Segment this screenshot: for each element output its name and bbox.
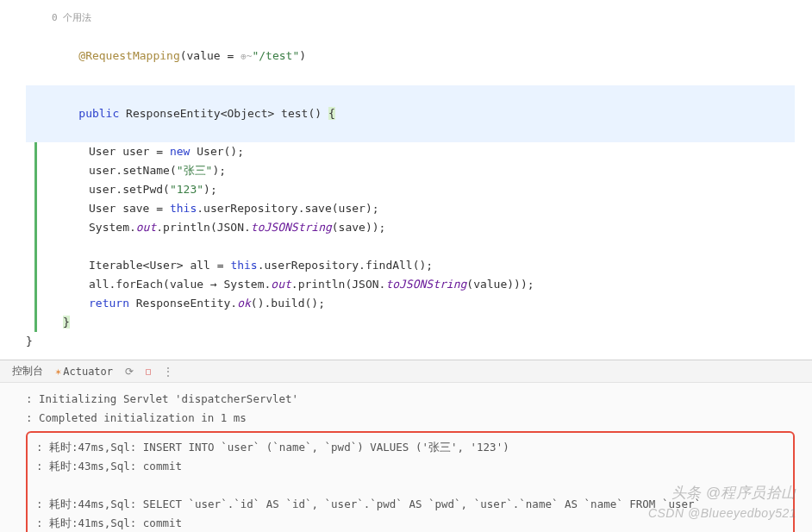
method-signature[interactable]: public ResponseEntity<Object> test() { [26,85,795,142]
code-line[interactable]: user.setName("张三"); [37,161,795,180]
field-out: out [271,278,290,291]
console-tabs: 控制台 ✶Actuator ⟳ □ ⋮ [0,360,812,383]
blank-line [37,237,795,256]
brace-close-inner[interactable]: } [37,313,795,332]
ann-prefix: (value = [180,49,240,62]
txt: .println(JSON. [156,221,251,234]
txt: ); [212,164,226,177]
txt: User user = [89,145,170,158]
txt: ().build(); [251,297,325,310]
txt: .userRepository.findAll(); [258,259,434,272]
code-line[interactable]: User user = new User(); [37,142,795,161]
sql-line: : 耗时:43ms,Sql: commit [36,457,784,476]
code-line[interactable]: return ResponseEntity.ok().build(); [37,294,795,313]
code-editor[interactable]: 0 个用法 @RequestMapping(value = ⊕~"/test")… [0,0,812,360]
globe-icon: ⊕~ [240,51,252,62]
txt: ResponseEntity. [129,297,237,310]
code-line[interactable]: user.setPwd("123"); [37,180,795,199]
method-body-block: User user = new User(); user.setName("张三… [34,142,795,332]
kw-this: this [230,259,257,272]
code-line[interactable]: all.forEach(value → System.out.println(J… [37,275,795,294]
txt: Iterable<User> all = [89,259,230,272]
str: "张三" [177,164,213,177]
stop-icon[interactable]: □ [146,366,151,376]
actuator-icon: ✶ [55,366,61,378]
static-method: toJSONString [251,221,332,234]
txt: (value))); [466,278,534,291]
static-method: toJSONString [385,278,466,291]
kw-public: public [78,107,119,120]
ann-suffix: ) [299,49,306,62]
watermark-csdn: CSDN @Blueeyedboy521 [648,506,796,520]
txt: User save = [89,202,170,215]
annotation: @RequestMapping [78,49,179,62]
txt: System. [89,221,136,234]
txt: user.setPwd( [89,183,170,196]
txt: all.forEach(value → System. [89,278,271,291]
log-line: : Initializing Servlet 'dispatcherServle… [26,390,795,409]
txt: User(); [190,145,244,158]
kw-this: this [170,202,197,215]
tab-actuator-label: Actuator [63,366,113,378]
txt: user.setName( [89,164,177,177]
kw-new: new [170,145,190,158]
static-method: ok [237,297,251,310]
field-out: out [136,221,156,234]
tab-actuator[interactable]: ✶Actuator [55,366,113,378]
brace: } [63,316,70,329]
code-line[interactable]: User save = this.userRepository.save(use… [37,199,795,218]
sql-line: : 耗时:47ms,Sql: INSERT INTO `user` (`name… [36,438,784,457]
annotation-line[interactable]: @RequestMapping(value = ⊕~"/test") [26,28,795,85]
brace-open: { [328,107,335,120]
code-line[interactable]: Iterable<User> all = this.userRepository… [37,256,795,275]
log-line: : Completed initialization in 1 ms [26,409,795,428]
txt: ); [203,183,217,196]
ann-url: "/test" [252,49,299,62]
txt: (save)); [332,221,386,234]
watermark-toutiao: 头条 @程序员拾山 [671,483,796,503]
sig-rest: ResponseEntity<Object> test() [119,107,328,120]
kw-return: return [89,297,129,310]
more-icon[interactable]: ⋮ [163,366,173,378]
txt: .userRepository.save(user); [197,202,378,215]
txt: .println(JSON. [291,278,386,291]
brace-close-outer[interactable]: } [26,332,795,351]
code-line[interactable]: System.out.println(JSON.toJSONString(sav… [37,218,795,237]
refresh-icon[interactable]: ⟳ [125,366,134,378]
tab-console[interactable]: 控制台 [12,364,43,379]
usage-hint: 0 个用法 [26,9,795,28]
str: "123" [170,183,203,196]
